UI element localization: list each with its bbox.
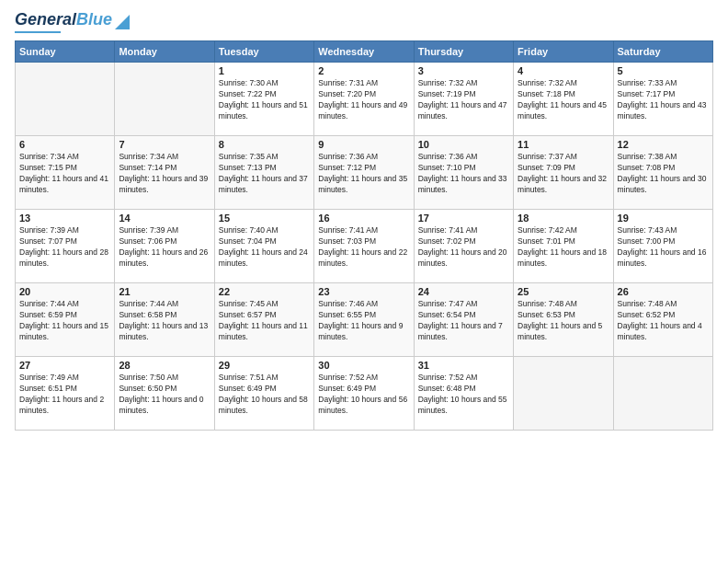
day-number: 9: [318, 139, 409, 150]
day-info: Sunrise: 7:33 AM Sunset: 7:17 PM Dayligh…: [618, 78, 709, 122]
day-number: 11: [518, 139, 609, 150]
day-info: Sunrise: 7:50 AM Sunset: 6:50 PM Dayligh…: [119, 373, 210, 417]
day-info: Sunrise: 7:44 AM Sunset: 6:58 PM Dayligh…: [119, 299, 210, 343]
day-info: Sunrise: 7:52 AM Sunset: 6:49 PM Dayligh…: [318, 373, 409, 417]
day-number: 4: [518, 65, 609, 76]
calendar-cell: 24Sunrise: 7:47 AM Sunset: 6:54 PM Dayli…: [414, 283, 513, 357]
day-info: Sunrise: 7:32 AM Sunset: 7:18 PM Dayligh…: [518, 78, 609, 122]
week-row-3: 13Sunrise: 7:39 AM Sunset: 7:07 PM Dayli…: [16, 210, 713, 283]
header: GeneralBlue: [15, 11, 713, 33]
calendar-cell: 28Sunrise: 7:50 AM Sunset: 6:50 PM Dayli…: [115, 357, 214, 431]
day-number: 5: [618, 65, 709, 76]
day-number: 15: [219, 213, 310, 224]
calendar-cell: 9Sunrise: 7:36 AM Sunset: 7:12 PM Daylig…: [314, 136, 414, 210]
day-info: Sunrise: 7:46 AM Sunset: 6:55 PM Dayligh…: [318, 299, 409, 343]
week-row-1: 1Sunrise: 7:30 AM Sunset: 7:22 PM Daylig…: [16, 63, 713, 136]
calendar-cell: 4Sunrise: 7:32 AM Sunset: 7:18 PM Daylig…: [514, 63, 613, 136]
day-info: Sunrise: 7:34 AM Sunset: 7:15 PM Dayligh…: [19, 152, 110, 196]
day-number: 17: [418, 213, 509, 224]
day-number: 6: [19, 139, 110, 150]
calendar-cell: 15Sunrise: 7:40 AM Sunset: 7:04 PM Dayli…: [214, 210, 313, 283]
day-number: 26: [618, 286, 709, 297]
calendar-cell: 2Sunrise: 7:31 AM Sunset: 7:20 PM Daylig…: [314, 63, 414, 136]
day-number: 3: [418, 65, 509, 76]
day-number: 7: [119, 139, 210, 150]
day-info: Sunrise: 7:43 AM Sunset: 7:00 PM Dayligh…: [618, 225, 709, 270]
logo-underline: [15, 31, 61, 33]
day-number: 20: [19, 286, 110, 297]
day-info: Sunrise: 7:41 AM Sunset: 7:02 PM Dayligh…: [418, 225, 509, 270]
day-info: Sunrise: 7:44 AM Sunset: 6:59 PM Dayligh…: [19, 299, 110, 343]
col-header-friday: Friday: [514, 41, 613, 63]
day-number: 29: [219, 360, 310, 371]
calendar-cell: 10Sunrise: 7:36 AM Sunset: 7:10 PM Dayli…: [414, 136, 513, 210]
day-info: Sunrise: 7:32 AM Sunset: 7:19 PM Dayligh…: [418, 78, 509, 122]
calendar-cell: 20Sunrise: 7:44 AM Sunset: 6:59 PM Dayli…: [16, 283, 115, 357]
calendar-cell: 7Sunrise: 7:34 AM Sunset: 7:14 PM Daylig…: [115, 136, 214, 210]
day-info: Sunrise: 7:38 AM Sunset: 7:08 PM Dayligh…: [618, 152, 709, 196]
day-info: Sunrise: 7:36 AM Sunset: 7:10 PM Dayligh…: [418, 152, 509, 196]
day-number: 2: [318, 65, 409, 76]
day-number: 12: [618, 139, 709, 150]
calendar-cell: 5Sunrise: 7:33 AM Sunset: 7:17 PM Daylig…: [613, 63, 712, 136]
day-info: Sunrise: 7:49 AM Sunset: 6:51 PM Dayligh…: [19, 373, 110, 417]
calendar-cell: 14Sunrise: 7:39 AM Sunset: 7:06 PM Dayli…: [115, 210, 214, 283]
calendar-cell: 13Sunrise: 7:39 AM Sunset: 7:07 PM Dayli…: [16, 210, 115, 283]
calendar-cell: 27Sunrise: 7:49 AM Sunset: 6:51 PM Dayli…: [16, 357, 115, 431]
day-number: 13: [19, 213, 110, 224]
col-header-monday: Monday: [115, 41, 214, 63]
day-number: 14: [119, 213, 210, 224]
day-number: 8: [219, 139, 310, 150]
day-number: 24: [418, 286, 509, 297]
calendar-cell: 11Sunrise: 7:37 AM Sunset: 7:09 PM Dayli…: [514, 136, 613, 210]
day-info: Sunrise: 7:45 AM Sunset: 6:57 PM Dayligh…: [219, 299, 310, 343]
day-number: 25: [518, 286, 609, 297]
day-info: Sunrise: 7:52 AM Sunset: 6:48 PM Dayligh…: [418, 373, 509, 417]
calendar-cell: 29Sunrise: 7:51 AM Sunset: 6:49 PM Dayli…: [214, 357, 313, 431]
calendar-cell: 26Sunrise: 7:48 AM Sunset: 6:52 PM Dayli…: [613, 283, 712, 357]
calendar-cell: 18Sunrise: 7:42 AM Sunset: 7:01 PM Dayli…: [514, 210, 613, 283]
col-header-sunday: Sunday: [16, 41, 115, 63]
day-info: Sunrise: 7:40 AM Sunset: 7:04 PM Dayligh…: [219, 225, 310, 270]
calendar-cell: 16Sunrise: 7:41 AM Sunset: 7:03 PM Dayli…: [314, 210, 414, 283]
day-number: 21: [119, 286, 210, 297]
day-number: 16: [318, 213, 409, 224]
day-info: Sunrise: 7:48 AM Sunset: 6:53 PM Dayligh…: [518, 299, 609, 343]
day-number: 1: [219, 65, 310, 76]
day-info: Sunrise: 7:41 AM Sunset: 7:03 PM Dayligh…: [318, 225, 409, 270]
col-header-thursday: Thursday: [414, 41, 513, 63]
logo-icon: [115, 11, 130, 29]
header-row: SundayMondayTuesdayWednesdayThursdayFrid…: [16, 41, 713, 63]
calendar-cell: [16, 63, 115, 136]
day-number: 18: [518, 213, 609, 224]
day-info: Sunrise: 7:31 AM Sunset: 7:20 PM Dayligh…: [318, 78, 409, 122]
calendar-cell: [514, 357, 613, 431]
calendar-cell: 6Sunrise: 7:34 AM Sunset: 7:15 PM Daylig…: [16, 136, 115, 210]
calendar-cell: 8Sunrise: 7:35 AM Sunset: 7:13 PM Daylig…: [214, 136, 313, 210]
day-info: Sunrise: 7:34 AM Sunset: 7:14 PM Dayligh…: [119, 152, 210, 196]
day-info: Sunrise: 7:30 AM Sunset: 7:22 PM Dayligh…: [219, 78, 310, 122]
calendar-cell: [115, 63, 214, 136]
logo: GeneralBlue: [15, 11, 130, 33]
calendar-table: SundayMondayTuesdayWednesdayThursdayFrid…: [15, 40, 713, 431]
calendar-cell: 12Sunrise: 7:38 AM Sunset: 7:08 PM Dayli…: [613, 136, 712, 210]
week-row-5: 27Sunrise: 7:49 AM Sunset: 6:51 PM Dayli…: [16, 357, 713, 431]
col-header-wednesday: Wednesday: [314, 41, 414, 63]
day-info: Sunrise: 7:37 AM Sunset: 7:09 PM Dayligh…: [518, 152, 609, 196]
col-header-tuesday: Tuesday: [214, 41, 313, 63]
calendar-cell: 21Sunrise: 7:44 AM Sunset: 6:58 PM Dayli…: [115, 283, 214, 357]
day-info: Sunrise: 7:39 AM Sunset: 7:07 PM Dayligh…: [19, 225, 110, 270]
svg-marker-0: [115, 15, 130, 29]
calendar-cell: 31Sunrise: 7:52 AM Sunset: 6:48 PM Dayli…: [414, 357, 513, 431]
calendar-cell: 3Sunrise: 7:32 AM Sunset: 7:19 PM Daylig…: [414, 63, 513, 136]
week-row-4: 20Sunrise: 7:44 AM Sunset: 6:59 PM Dayli…: [16, 283, 713, 357]
day-number: 10: [418, 139, 509, 150]
day-number: 22: [219, 286, 310, 297]
day-info: Sunrise: 7:47 AM Sunset: 6:54 PM Dayligh…: [418, 299, 509, 343]
day-info: Sunrise: 7:35 AM Sunset: 7:13 PM Dayligh…: [219, 152, 310, 196]
calendar-cell: 19Sunrise: 7:43 AM Sunset: 7:00 PM Dayli…: [613, 210, 712, 283]
calendar-cell: 25Sunrise: 7:48 AM Sunset: 6:53 PM Dayli…: [514, 283, 613, 357]
day-info: Sunrise: 7:51 AM Sunset: 6:49 PM Dayligh…: [219, 373, 310, 417]
day-number: 31: [418, 360, 509, 371]
day-info: Sunrise: 7:48 AM Sunset: 6:52 PM Dayligh…: [618, 299, 709, 343]
